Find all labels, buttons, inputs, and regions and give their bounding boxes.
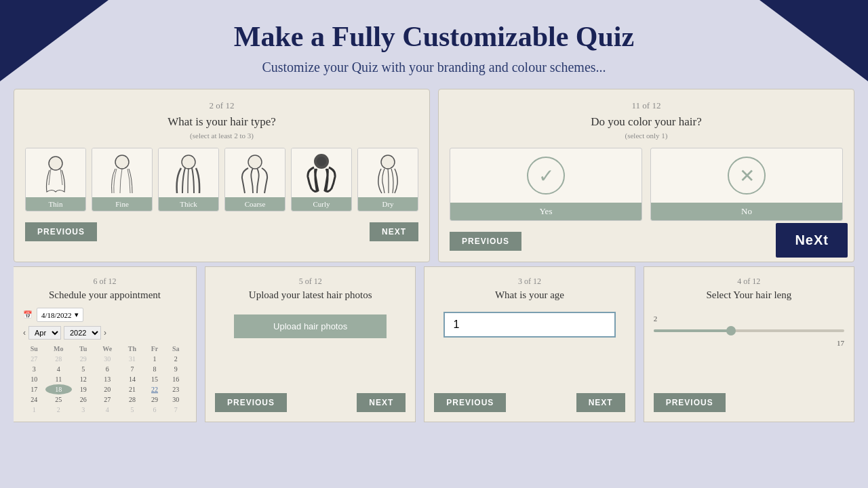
hair-option-curly[interactable]: Curly: [291, 148, 352, 211]
cal-day[interactable]: 1: [23, 405, 45, 415]
bottom3-buttons: PREVIOUS NEXT: [434, 393, 625, 412]
cal-day[interactable]: 21: [121, 384, 144, 394]
slider-wrapper: 2 17: [654, 308, 844, 357]
bottom2-title: Upload your latest hair photos: [215, 289, 406, 301]
hair-option-thin[interactable]: Thin: [25, 148, 86, 211]
slider-fill: [654, 329, 730, 332]
cal-day[interactable]: 24: [23, 394, 45, 405]
cal-day[interactable]: 18: [45, 384, 73, 394]
cal-day[interactable]: 30: [94, 354, 120, 364]
cal-day[interactable]: 6: [144, 405, 165, 415]
bottom3-prev-button[interactable]: PREVIOUS: [434, 393, 506, 412]
yn-option-yes[interactable]: ✓ Yes: [450, 148, 642, 221]
cal-day[interactable]: 29: [144, 394, 165, 405]
cal-day[interactable]: 25: [45, 394, 73, 405]
card1-next-button[interactable]: NEXT: [370, 222, 418, 241]
calendar-nav: ‹ Apr 2022 ›: [23, 326, 186, 340]
hair-option-dry[interactable]: Dry: [357, 148, 418, 211]
card1-subtitle: (select at least 2 to 3): [25, 131, 418, 140]
slider-thumb[interactable]: [726, 326, 736, 336]
cal-day[interactable]: 28: [121, 394, 144, 405]
cal-day[interactable]: 7: [165, 405, 186, 415]
cal-day[interactable]: 16: [165, 374, 186, 384]
hair-options: Thin Fine: [25, 148, 418, 211]
cal-day[interactable]: 5: [72, 364, 94, 374]
cal-day[interactable]: 28: [45, 354, 73, 364]
cal-day[interactable]: 30: [165, 394, 186, 405]
yes-label: Yes: [450, 203, 642, 220]
card1-title: What is your hair type?: [25, 115, 418, 129]
cal-day[interactable]: 27: [23, 354, 45, 364]
yn-options: ✓ Yes ✕ No: [450, 148, 843, 221]
card-schedule: 6 of 12 Schedule your appointment 📅 4/18…: [14, 266, 197, 422]
calendar-grid: Su Mo Tu We Th Fr Sa 2728293031123456789…: [23, 344, 186, 415]
cal-day[interactable]: 4: [94, 405, 120, 415]
cal-day[interactable]: 5: [121, 405, 144, 415]
page-subtitle: Customize your Quiz with your branding a…: [14, 60, 854, 75]
cal-day[interactable]: 20: [94, 384, 120, 394]
cal-day[interactable]: 27: [94, 394, 120, 405]
cal-day[interactable]: 13: [94, 374, 120, 384]
cal-day[interactable]: 2: [165, 354, 186, 364]
hair-thin-label: Thin: [26, 197, 85, 211]
calendar: 📅 4/18/2022 ▾ ‹ Apr 2022 ›: [23, 308, 186, 415]
cal-next-button[interactable]: ›: [104, 328, 106, 338]
hair-coarse-label: Coarse: [225, 197, 285, 211]
svg-point-0: [49, 157, 62, 170]
cal-day[interactable]: 26: [72, 394, 94, 405]
hair-option-coarse[interactable]: Coarse: [224, 148, 285, 211]
cal-day[interactable]: 6: [94, 364, 120, 374]
cal-day[interactable]: 29: [72, 354, 94, 364]
cal-day[interactable]: 4: [45, 364, 73, 374]
cal-day[interactable]: 23: [165, 384, 186, 394]
date-select[interactable]: 4/18/2022 ▾: [37, 308, 83, 322]
year-select[interactable]: 2022: [64, 326, 101, 340]
bottom2-prev-button[interactable]: PREVIOUS: [215, 393, 287, 412]
cal-day[interactable]: 2: [45, 405, 73, 415]
age-input-wrapper: [443, 312, 615, 338]
card2-prev-button[interactable]: PREVIOUS: [450, 232, 521, 251]
cal-day[interactable]: 12: [72, 374, 94, 384]
no-label: No: [651, 203, 842, 220]
yn-option-no[interactable]: ✕ No: [650, 148, 843, 221]
hair-option-fine[interactable]: Fine: [92, 148, 153, 211]
cal-day[interactable]: 1: [144, 354, 165, 364]
card1-prev-button[interactable]: PREVIOUS: [25, 222, 97, 241]
bottom-row: 6 of 12 Schedule your appointment 📅 4/18…: [0, 266, 868, 422]
slider-track: [654, 329, 844, 332]
bottom4-buttons: PREVIOUS: [654, 393, 844, 412]
cal-day[interactable]: 14: [121, 374, 144, 384]
bottom4-title: Select Your hair leng: [654, 289, 844, 301]
cal-day[interactable]: 3: [23, 364, 45, 374]
cal-day[interactable]: 10: [23, 374, 45, 384]
cal-day[interactable]: 3: [72, 405, 94, 415]
cal-day[interactable]: 22: [144, 384, 165, 394]
hair-option-thick[interactable]: Thick: [158, 148, 219, 211]
cal-day[interactable]: 9: [165, 364, 186, 374]
cross-icon: ✕: [728, 157, 766, 195]
page-title: Make a Fully Customizable Quiz: [14, 20, 854, 53]
cal-day[interactable]: 11: [45, 374, 73, 384]
svg-point-3: [248, 155, 262, 169]
age-input[interactable]: [443, 312, 615, 338]
cal-day[interactable]: 31: [121, 354, 144, 364]
month-select[interactable]: Apr: [28, 326, 61, 340]
cal-day[interactable]: 17: [23, 384, 45, 394]
bottom2-next-button[interactable]: NEXT: [357, 393, 406, 412]
cal-day[interactable]: 15: [144, 374, 165, 384]
upload-hair-photos-button[interactable]: Upload hair photos: [234, 314, 387, 338]
slider-max-row: 17: [654, 339, 844, 347]
cal-day[interactable]: 8: [144, 364, 165, 374]
card-hair-type: 2 of 12 What is your hair type? (select …: [14, 89, 430, 262]
cal-prev-button[interactable]: ‹: [23, 328, 26, 338]
cal-day[interactable]: 7: [121, 364, 144, 374]
next-big-button[interactable]: NeXt: [776, 223, 848, 258]
cal-day[interactable]: 19: [72, 384, 94, 394]
bottom4-prev-button[interactable]: PREVIOUS: [654, 393, 726, 412]
slider-max-label: 17: [837, 339, 844, 347]
bottom3-next-button[interactable]: NEXT: [576, 393, 625, 412]
slider-min-label: 2: [654, 314, 658, 323]
calendar-icon: 📅: [23, 310, 33, 319]
bottom1-counter: 6 of 12: [23, 277, 186, 287]
bottom4-counter: 4 of 12: [654, 277, 844, 287]
